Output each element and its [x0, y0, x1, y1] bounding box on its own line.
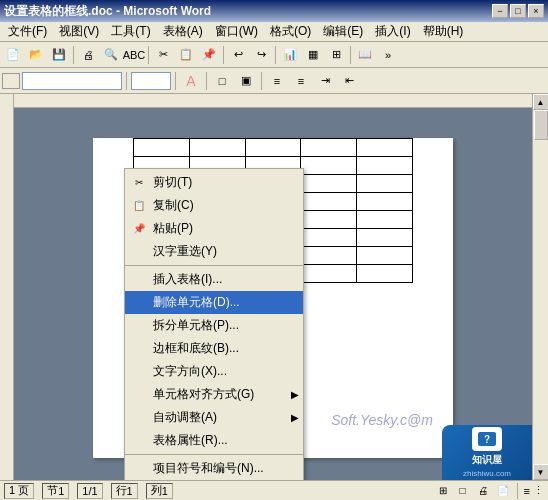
table-cell[interactable]	[301, 157, 357, 175]
table-cell[interactable]	[301, 175, 357, 193]
tb-copy[interactable]: 📋	[175, 44, 197, 66]
tb2-align-left[interactable]: ≡	[266, 70, 288, 92]
table-cell[interactable]	[357, 229, 413, 247]
tb2-sep-1	[126, 72, 127, 90]
logo-icon: ?	[472, 427, 502, 451]
cut-icon: ✂	[129, 175, 149, 191]
maximize-button[interactable]: □	[510, 4, 526, 18]
table-cell[interactable]	[301, 139, 357, 157]
ctx-copy[interactable]: 📋 复制(C)	[125, 194, 303, 217]
status-bottom-icons: ≡ ⋮	[524, 483, 544, 499]
status-icon-2[interactable]: □	[455, 483, 471, 499]
ctx-borders[interactable]: 边框和底纹(B)...	[125, 337, 303, 360]
menu-insert[interactable]: 插入(I)	[369, 21, 416, 42]
scrollbar-right[interactable]: ▲ ▼	[532, 94, 548, 480]
ctx-cut[interactable]: ✂ 剪切(T)	[125, 171, 303, 194]
table-cell[interactable]	[134, 139, 190, 157]
table-cell[interactable]	[301, 247, 357, 265]
status-section: 节 1	[42, 483, 69, 499]
tb-cols[interactable]: ▦	[302, 44, 324, 66]
tb2-outside[interactable]: ▣	[235, 70, 257, 92]
logo-subtext: zhishiwu.com	[463, 469, 511, 478]
table-cell[interactable]	[357, 175, 413, 193]
tb-read[interactable]: 📖	[354, 44, 376, 66]
close-button[interactable]: ×	[528, 4, 544, 18]
table-cell[interactable]	[301, 265, 357, 283]
table-cell[interactable]	[357, 247, 413, 265]
table-cell[interactable]	[301, 229, 357, 247]
ctx-table-props[interactable]: 表格属性(R)...	[125, 429, 303, 452]
top-ruler	[14, 94, 532, 108]
tb-spell[interactable]: ABC	[123, 44, 145, 66]
table-cell[interactable]	[357, 265, 413, 283]
menu-format[interactable]: 格式(O)	[264, 21, 317, 42]
table-cell[interactable]	[357, 157, 413, 175]
scroll-thumb[interactable]	[534, 110, 548, 140]
ctx-split-cells[interactable]: 拆分单元格(P)...	[125, 314, 303, 337]
table-cell[interactable]	[301, 211, 357, 229]
table-cell[interactable]	[357, 211, 413, 229]
context-menu: ✂ 剪切(T) 📋 复制(C) 📌 粘贴(P) 汉字重选(Y) 插入表格(I).…	[124, 168, 304, 480]
menu-file[interactable]: 文件(F)	[2, 21, 53, 42]
ctx-hanzi[interactable]: 汉字重选(Y)	[125, 240, 303, 263]
minimize-button[interactable]: −	[492, 4, 508, 18]
tb-more[interactable]: »	[377, 44, 399, 66]
ctx-insert-table[interactable]: 插入表格(I)...	[125, 268, 303, 291]
tb-open[interactable]: 📂	[25, 44, 47, 66]
tb2-size-input[interactable]: 1 ½ 磅	[131, 72, 171, 90]
bottom-icon-2[interactable]: ⋮	[533, 484, 544, 497]
table-cell[interactable]	[301, 193, 357, 211]
table-row	[134, 139, 413, 157]
ctx-bullets[interactable]: 项目符号和编号(N)...	[125, 457, 303, 480]
window-controls: − □ ×	[492, 4, 544, 18]
bottom-icon-1[interactable]: ≡	[524, 485, 530, 497]
ctx-text-dir[interactable]: 文字方向(X)...	[125, 360, 303, 383]
tb-paste[interactable]: 📌	[198, 44, 220, 66]
tb-print[interactable]: 🖨	[77, 44, 99, 66]
tb-new[interactable]: 📄	[2, 44, 24, 66]
tb-sep-4	[275, 46, 276, 64]
status-icon-3[interactable]: 🖨	[475, 483, 491, 499]
table-cell[interactable]	[245, 139, 301, 157]
toolbar-1: 📄 📂 💾 🖨 🔍 ABC ✂ 📋 📌 ↩ ↪ 📊 ▦ ⊞ 📖 »	[0, 42, 548, 68]
status-icon-4[interactable]: 📄	[495, 483, 511, 499]
tb-table2[interactable]: ⊞	[325, 44, 347, 66]
ctx-delete-cells[interactable]: 删除单元格(D)...	[125, 291, 303, 314]
status-icon-1[interactable]: ⊞	[435, 483, 451, 499]
document-area: Soft.Yesky.c@m ✂ 剪切(T) 📋 复制(C) 📌 粘贴(P) 汉…	[14, 108, 532, 480]
tb2-border-style[interactable]	[2, 73, 20, 89]
tb-save[interactable]: 💾	[48, 44, 70, 66]
menu-help[interactable]: 帮助(H)	[417, 21, 470, 42]
ctx-autofit[interactable]: 自动调整(A) ▶	[125, 406, 303, 429]
watermark: Soft.Yesky.c@m	[331, 412, 433, 428]
window-title: 设置表格的框线.doc - Microsoft Word	[4, 3, 211, 20]
tb2-align-right[interactable]: ≡	[290, 70, 312, 92]
tb-chart[interactable]: 📊	[279, 44, 301, 66]
menu-window[interactable]: 窗口(W)	[209, 21, 264, 42]
menu-edit[interactable]: 编辑(E)	[317, 21, 369, 42]
scroll-track	[533, 110, 548, 464]
tb-preview[interactable]: 🔍	[100, 44, 122, 66]
table-cell[interactable]	[189, 139, 245, 157]
menu-view[interactable]: 视图(V)	[53, 21, 105, 42]
tb2-indent[interactable]: ⇥	[314, 70, 336, 92]
table-cell[interactable]	[357, 139, 413, 157]
tb2-color[interactable]: A	[180, 70, 202, 92]
scroll-down-btn[interactable]: ▼	[533, 464, 549, 480]
title-bar: 设置表格的框线.doc - Microsoft Word − □ ×	[0, 0, 548, 22]
scroll-up-btn[interactable]: ▲	[533, 94, 549, 110]
ctx-paste[interactable]: 📌 粘贴(P)	[125, 217, 303, 240]
tb-redo[interactable]: ↪	[250, 44, 272, 66]
tb2-style-input[interactable]	[22, 72, 122, 90]
tb-cut[interactable]: ✂	[152, 44, 174, 66]
tb2-outdent[interactable]: ⇤	[338, 70, 360, 92]
svg-text:?: ?	[484, 434, 490, 445]
menu-table[interactable]: 表格(A)	[157, 21, 209, 42]
ctx-alignment[interactable]: 单元格对齐方式(G) ▶	[125, 383, 303, 406]
menu-tools[interactable]: 工具(T)	[105, 21, 156, 42]
table-cell[interactable]	[357, 193, 413, 211]
tb2-sep-2	[175, 72, 176, 90]
tb2-border[interactable]: □	[211, 70, 233, 92]
status-col: 列 1	[146, 483, 173, 499]
tb-undo[interactable]: ↩	[227, 44, 249, 66]
